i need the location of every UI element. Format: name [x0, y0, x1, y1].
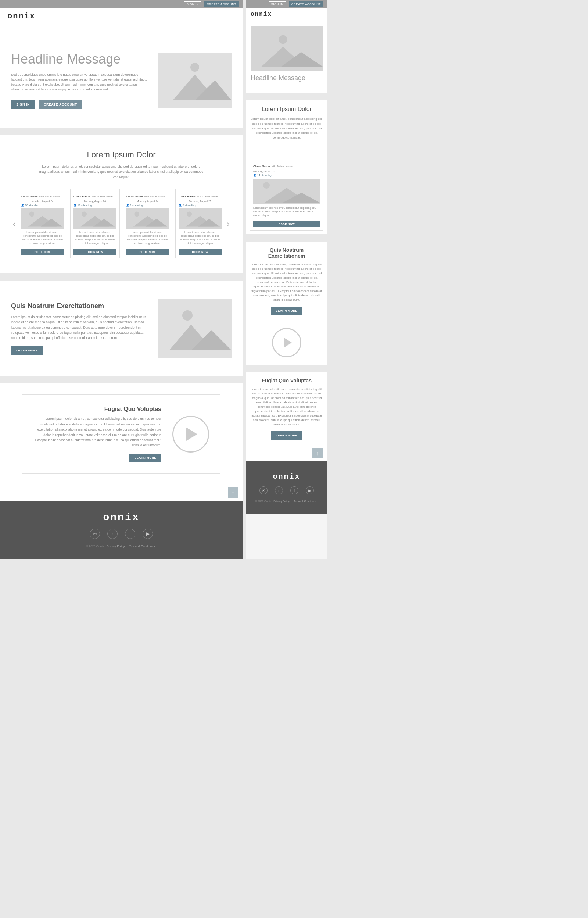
- mobile-hero-title: Headline Message: [250, 74, 323, 82]
- mobile-youtube-icon[interactable]: ▶: [306, 486, 314, 495]
- desktop-privacy-link[interactable]: Privacy Policy: [107, 545, 125, 548]
- desktop-card-2: Class Name with Trainer Name Monday, Aug…: [70, 189, 120, 259]
- desktop-card-1-image: [21, 208, 64, 229]
- desktop-hero-signin-button[interactable]: SIGN IN: [11, 100, 35, 109]
- mobile-lorem-title: Lorem Ipsum Dolor: [250, 106, 323, 113]
- desktop-card-3-desc: Lorem ipsum dolor sit amet, consectetur …: [126, 231, 169, 245]
- desktop-card-2-attending: 👤 11 attending: [73, 204, 116, 207]
- mobile-top-nav: SIGN IN CREATE ACCOUNT: [246, 0, 327, 8]
- mobile-logo-bar: onnix: [246, 8, 327, 21]
- desktop-twitter-icon[interactable]: 𝕣: [107, 528, 118, 539]
- desktop-scroll-up-area: ↑: [0, 485, 242, 501]
- desktop-hero-section: Headline Message Sed ut perspiciatis und…: [0, 25, 242, 128]
- mobile-terms-link[interactable]: Terms & Conditions: [294, 500, 317, 503]
- desktop-card-2-book-button[interactable]: BOOK NOW: [73, 249, 116, 255]
- desktop-instagram-icon[interactable]: ☉: [90, 528, 100, 539]
- svg-point-25: [279, 35, 288, 44]
- mobile-footer: onnix ☉ 𝕣 f ▶ © 2020 Onnix Privacy Polic…: [246, 461, 327, 514]
- mobile-card-date: Monday, August 24: [253, 170, 320, 173]
- desktop-card-2-image: [73, 208, 116, 229]
- desktop-carousel-next[interactable]: ›: [225, 219, 231, 229]
- desktop-quis-content: Quis Nostrum Exercitationem Lorem ipsum …: [11, 302, 147, 355]
- desktop-terms-link[interactable]: Terms & Conditions: [129, 545, 155, 548]
- desktop-create-nav-button[interactable]: CREATE ACCOUNT: [204, 2, 239, 7]
- mobile-footer-links: © 2020 Onnix Privacy Policy Terms & Cond…: [254, 500, 320, 503]
- mobile-quis-body: Lorem ipsum dolor sit amet, consectetur …: [250, 262, 323, 302]
- desktop-card-3-trainer: with Trainer Name: [144, 195, 165, 198]
- desktop-section-divider-1: [0, 128, 242, 135]
- desktop-footer-links: © 2020 Onnix Privacy Policy Terms & Cond…: [7, 545, 235, 548]
- desktop-footer-icons: ☉ 𝕣 f ▶: [7, 528, 235, 539]
- mobile-panel: SIGN IN CREATE ACCOUNT onnix Headline Me…: [246, 0, 327, 559]
- desktop-quis-learn-button[interactable]: LEARN MORE: [11, 346, 43, 355]
- svg-point-11: [82, 212, 87, 217]
- desktop-scroll-up-button[interactable]: ↑: [228, 488, 238, 498]
- desktop-card-2-title: Class Name: [73, 195, 90, 198]
- desktop-section-divider-2: [0, 273, 242, 281]
- desktop-hero-title: Headline Message: [11, 52, 151, 67]
- mobile-class-card: Class Name with Trainer Name Monday, Aug…: [250, 159, 323, 231]
- desktop-card-3-title: Class Name: [126, 195, 142, 198]
- desktop-fugiat-body: Lorem ipsum dolor sit amet, consectetur …: [34, 416, 162, 448]
- desktop-quis-image: [158, 299, 231, 358]
- mobile-divider-2: [246, 234, 327, 242]
- mobile-card-class: Class Name: [253, 165, 270, 168]
- mobile-play-section: [246, 321, 327, 365]
- svg-point-31: [263, 182, 270, 189]
- mobile-quis-title: Quis Nostrum Exercitationem: [250, 247, 323, 259]
- desktop-signin-nav-button[interactable]: SIGN IN: [184, 2, 201, 7]
- desktop-card-4-title: Class Name: [179, 195, 195, 198]
- mobile-fugiat-title: Fugiat Quo Voluptas: [250, 378, 323, 383]
- mobile-play-button[interactable]: [272, 328, 301, 357]
- desktop-fugiat-section: Fugiat Quo Voluptas Lorem ipsum dolor si…: [22, 394, 221, 473]
- desktop-card-3-attending: 👤 1 attending: [126, 204, 169, 207]
- mobile-twitter-icon[interactable]: 𝕣: [275, 486, 283, 495]
- desktop-card-3-book-button[interactable]: BOOK NOW: [126, 249, 169, 255]
- desktop-hero-image: [158, 53, 231, 108]
- desktop-logo: onnix: [7, 12, 235, 21]
- desktop-cards-row: Class Name with Trainer Name Monday, Aug…: [18, 189, 225, 259]
- desktop-card-1-book-button[interactable]: BOOK NOW: [21, 249, 64, 255]
- mobile-card-book-button[interactable]: BOOK NOW: [253, 221, 320, 227]
- desktop-play-button[interactable]: [172, 416, 209, 453]
- desktop-fugiat-wrapper: Fugiat Quo Voluptas Lorem ipsum dolor si…: [0, 383, 242, 484]
- desktop-top-nav: SIGN IN CREATE ACCOUNT: [0, 0, 242, 8]
- desktop-card-4-desc: Lorem ipsum dolor sit amet, consectetur …: [179, 231, 221, 245]
- desktop-hero-body: Sed ut perspiciatis unde omnis iste natu…: [11, 73, 151, 92]
- desktop-lorem-title: Lorem Ipsum Dolor: [7, 150, 235, 160]
- mobile-lorem-section: Lorem Ipsum Dolor Lorem ipsum dolor sit …: [246, 100, 327, 155]
- mobile-instagram-icon[interactable]: ☉: [260, 486, 268, 495]
- desktop-fugiat-title: Fugiat Quo Voluptas: [34, 406, 162, 412]
- mobile-quis-section: Quis Nostrum Exercitationem Lorem ipsum …: [246, 242, 327, 321]
- desktop-card-4-book-button[interactable]: BOOK NOW: [179, 249, 221, 255]
- mobile-scroll-up-button[interactable]: ↑: [312, 448, 323, 459]
- mobile-facebook-icon[interactable]: f: [290, 486, 299, 495]
- desktop-quis-title: Quis Nostrum Exercitationem: [11, 302, 147, 310]
- desktop-card-4: Class Name with Trainer Name Tuesday, Au…: [175, 189, 225, 259]
- mobile-divider-3: [246, 365, 327, 372]
- mobile-fugiat-body: Lorem ipsum dolor sit amet, consectetur …: [250, 387, 323, 427]
- desktop-carousel-prev[interactable]: ‹: [11, 219, 18, 229]
- mobile-hero-section: Headline Message: [246, 21, 327, 93]
- mobile-play-icon: [284, 338, 292, 348]
- mobile-quis-learn-button[interactable]: LEARN MORE: [271, 307, 303, 315]
- desktop-hero-create-button[interactable]: CREATE ACCOUNT: [39, 100, 82, 109]
- desktop-card-4-image: [179, 208, 221, 229]
- mobile-lorem-body: Lorem ipsum dolor sit amet, consectetur …: [250, 117, 323, 141]
- desktop-fugiat-learn-button[interactable]: LEARN MORE: [129, 454, 162, 462]
- desktop-cards-container: ‹ Class Name with Trainer Name Monday, A…: [7, 189, 235, 259]
- desktop-hero-buttons: SIGN IN CREATE ACCOUNT: [11, 100, 151, 109]
- mobile-create-nav-button[interactable]: CREATE ACCOUNT: [289, 2, 323, 7]
- desktop-card-3-date: Monday, August 24: [126, 200, 169, 202]
- mobile-fugiat-section: Fugiat Quo Voluptas Lorem ipsum dolor si…: [246, 372, 327, 445]
- desktop-card-1-trainer: with Trainer Name: [39, 195, 60, 198]
- mobile-signin-nav-button[interactable]: SIGN IN: [269, 2, 286, 7]
- desktop-footer: onnix ☉ 𝕣 f ▶ © 2020 Onnix Privacy Polic…: [0, 501, 242, 559]
- mobile-privacy-link[interactable]: Privacy Policy: [273, 500, 289, 503]
- svg-point-7: [29, 212, 34, 217]
- desktop-quis-section: Quis Nostrum Exercitationem Lorem ipsum …: [0, 281, 242, 376]
- desktop-card-2-date: Monday, August 24: [73, 200, 116, 202]
- desktop-facebook-icon[interactable]: f: [125, 528, 135, 539]
- desktop-youtube-icon[interactable]: ▶: [142, 528, 153, 539]
- mobile-fugiat-learn-button[interactable]: LEARN MORE: [271, 431, 303, 440]
